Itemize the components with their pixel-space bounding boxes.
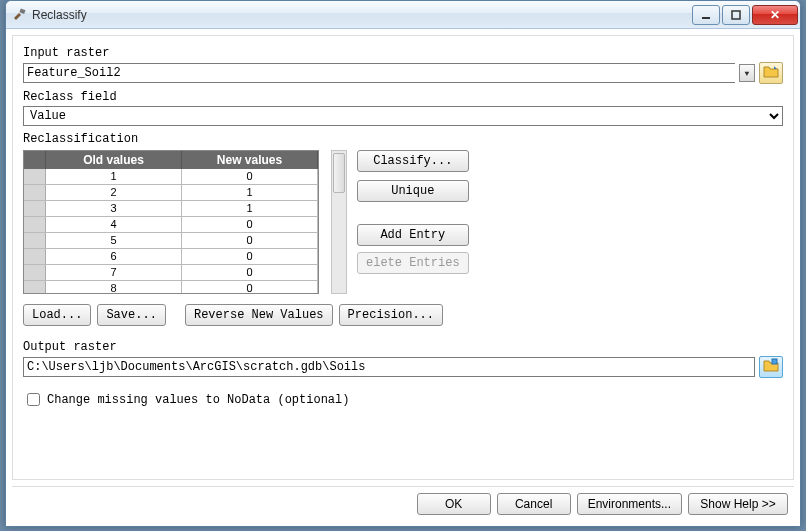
reverse-new-values-button[interactable]: Reverse New Values [185, 304, 333, 326]
input-raster-dropdown-arrow[interactable]: ▼ [739, 64, 755, 82]
change-missing-checkbox[interactable] [27, 393, 40, 406]
cell-new-value[interactable]: 0 [182, 217, 318, 232]
dialog-button-bar: OK Cancel Environments... Show Help >> [12, 486, 794, 520]
row-header[interactable] [24, 217, 46, 232]
change-missing-label: Change missing values to NoData (optiona… [47, 393, 349, 407]
cell-new-value[interactable]: 1 [182, 185, 318, 200]
cell-old-value[interactable]: 3 [46, 201, 182, 216]
browse-input-raster-button[interactable] [759, 62, 783, 84]
svg-rect-3 [772, 359, 777, 364]
cell-old-value[interactable]: 4 [46, 217, 182, 232]
cell-old-value[interactable]: 2 [46, 185, 182, 200]
svg-rect-0 [19, 8, 25, 13]
row-header[interactable] [24, 185, 46, 200]
environments-button[interactable]: Environments... [577, 493, 682, 515]
col-new-values[interactable]: New values [182, 151, 318, 169]
precision-button[interactable]: Precision... [339, 304, 443, 326]
table-row[interactable]: 60 [24, 249, 318, 265]
window-title: Reclassify [32, 8, 692, 22]
cell-new-value[interactable]: 0 [182, 249, 318, 264]
table-row[interactable]: 21 [24, 185, 318, 201]
cell-new-value[interactable]: 1 [182, 201, 318, 216]
folder-save-icon [763, 358, 779, 376]
scrollbar-thumb[interactable] [333, 153, 345, 193]
table-corner [24, 151, 46, 169]
table-row[interactable]: 70 [24, 265, 318, 281]
cell-old-value[interactable]: 6 [46, 249, 182, 264]
cell-old-value[interactable]: 1 [46, 169, 182, 184]
unique-button[interactable]: Unique [357, 180, 469, 202]
hammer-icon [12, 7, 28, 23]
output-raster-field[interactable] [23, 357, 755, 377]
minimize-button[interactable] [692, 5, 720, 25]
row-header[interactable] [24, 265, 46, 280]
titlebar[interactable]: Reclassify ✕ [6, 1, 800, 29]
svg-rect-1 [702, 17, 710, 19]
cell-old-value[interactable]: 5 [46, 233, 182, 248]
row-header[interactable] [24, 233, 46, 248]
save-button[interactable]: Save... [97, 304, 165, 326]
table-row[interactable]: 31 [24, 201, 318, 217]
table-scrollbar[interactable] [331, 150, 347, 294]
show-help-button[interactable]: Show Help >> [688, 493, 788, 515]
cancel-button[interactable]: Cancel [497, 493, 571, 515]
ok-button[interactable]: OK [417, 493, 491, 515]
row-header[interactable] [24, 201, 46, 216]
input-raster-field[interactable] [23, 63, 735, 83]
browse-output-raster-button[interactable] [759, 356, 783, 378]
classify-button[interactable]: Classify... [357, 150, 469, 172]
folder-open-icon [763, 64, 779, 82]
reclassify-window: Reclassify ✕ Input raster ▼ Reclass fiel… [5, 0, 801, 527]
output-raster-label: Output raster [23, 340, 783, 354]
row-header[interactable] [24, 169, 46, 184]
close-button[interactable]: ✕ [752, 5, 798, 25]
svg-rect-2 [732, 11, 740, 19]
cell-new-value[interactable]: 0 [182, 265, 318, 280]
cell-new-value[interactable]: 0 [182, 281, 318, 293]
load-button[interactable]: Load... [23, 304, 91, 326]
input-raster-label: Input raster [23, 46, 783, 60]
cell-old-value[interactable]: 8 [46, 281, 182, 293]
reclass-field-label: Reclass field [23, 90, 783, 104]
table-row[interactable]: 50 [24, 233, 318, 249]
row-header[interactable] [24, 281, 46, 293]
reclass-table[interactable]: Old values New values 1021314050607080 [23, 150, 319, 294]
table-row[interactable]: 10 [24, 169, 318, 185]
maximize-button[interactable] [722, 5, 750, 25]
reclassification-label: Reclassification [23, 132, 783, 146]
dialog-content: Input raster ▼ Reclass field Value Recla… [12, 35, 794, 480]
table-row[interactable]: 40 [24, 217, 318, 233]
add-entry-button[interactable]: Add Entry [357, 224, 469, 246]
reclass-field-select[interactable]: Value [23, 106, 783, 126]
table-row[interactable]: 80 [24, 281, 318, 293]
cell-new-value[interactable]: 0 [182, 233, 318, 248]
row-header[interactable] [24, 249, 46, 264]
cell-old-value[interactable]: 7 [46, 265, 182, 280]
cell-new-value[interactable]: 0 [182, 169, 318, 184]
delete-entries-button[interactable]: elete Entries [357, 252, 469, 274]
col-old-values[interactable]: Old values [46, 151, 182, 169]
